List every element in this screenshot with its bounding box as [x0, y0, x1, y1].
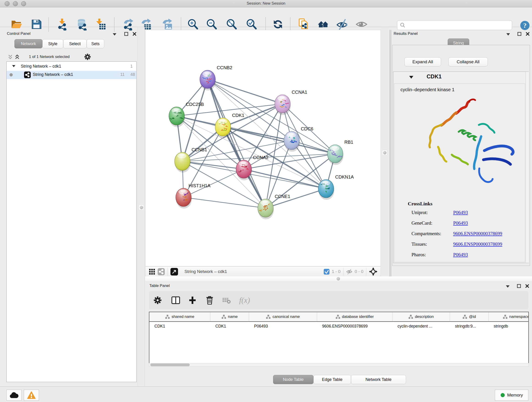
home-icon[interactable] — [317, 18, 330, 31]
export-image-icon[interactable] — [160, 18, 173, 31]
column-header-id[interactable]: @id — [450, 312, 489, 321]
delete-column-icon[interactable] — [204, 294, 215, 306]
expand-all-button[interactable]: Expand All — [404, 57, 441, 66]
table-row[interactable]: CDK1CDK1P064939606.ENSP00000378699cyclin… — [149, 322, 528, 331]
table-panel-float-icon[interactable] — [517, 284, 521, 288]
tab-network[interactable]: Network — [14, 39, 42, 48]
network-edge-count: 48 — [130, 72, 135, 77]
left-splitter[interactable] — [138, 27, 145, 402]
tab-select[interactable]: Select — [63, 39, 87, 48]
column-header-name[interactable]: name — [210, 312, 249, 321]
node-label-CDK1: CDK1 — [232, 113, 244, 118]
network-share-view-icon[interactable] — [158, 268, 165, 275]
save-session-icon[interactable] — [30, 18, 43, 31]
show-columns-icon[interactable] — [170, 294, 182, 306]
open-session-icon[interactable] — [10, 18, 23, 31]
table-panel-title: Table Panel — [149, 283, 170, 288]
birds-eye-view-icon[interactable] — [369, 268, 377, 276]
table-cell[interactable]: stringdb:9... — [450, 324, 489, 329]
network-collection-row[interactable]: String Network – cdk1 1 — [7, 63, 136, 71]
table-cell[interactable]: CDK1 — [210, 324, 249, 329]
collapse-all-button[interactable]: Collapse All — [448, 57, 488, 66]
selected-count: 1 - 0 — [332, 269, 341, 274]
warning-status-button[interactable] — [24, 390, 39, 401]
collection-expand-icon[interactable] — [12, 65, 15, 67]
search-input[interactable] — [407, 23, 510, 28]
table-cell[interactable]: CDK1 — [149, 324, 210, 329]
network-graph[interactable]: CCNB2CCNA1CDC25BCDK1CDC6RB1CCNB1CCNA2CDK… — [146, 30, 380, 266]
main-toolbar: ? — [0, 7, 532, 27]
node-label-CCNB1: CCNB1 — [191, 147, 207, 152]
cloud-status-button[interactable] — [6, 390, 22, 401]
results-scrollbar[interactable] — [526, 72, 529, 263]
hide-unselected-icon[interactable] — [336, 18, 349, 31]
network-canvas[interactable]: CCNB2CCNA1CDC25BCDK1CDC6RB1CCNB1CCNA2CDK… — [145, 30, 381, 266]
memory-button[interactable]: Memory — [495, 390, 528, 401]
node-label-CCNB2: CCNB2 — [217, 65, 232, 70]
node-label-CDC6: CDC6 — [301, 126, 313, 131]
crosslink-link[interactable]: P06493 — [453, 220, 468, 226]
refresh-icon[interactable] — [271, 18, 285, 31]
expand-all-networks-icon[interactable] — [15, 54, 20, 59]
table-panel-close-icon[interactable] — [525, 284, 529, 288]
detach-view-icon[interactable] — [171, 268, 178, 275]
table-hscrollbar-thumb[interactable] — [150, 364, 190, 366]
results-panel-float-icon[interactable] — [517, 32, 521, 36]
tab-sets[interactable]: Sets — [87, 39, 104, 48]
control-panel-close-icon[interactable] — [133, 32, 137, 36]
table-hscrollbar[interactable] — [149, 363, 529, 367]
table-cell[interactable]: 9606.ENSP00000378699 — [317, 324, 393, 329]
zoom-selected-icon[interactable] — [245, 18, 258, 31]
control-panel-float-icon[interactable] — [124, 32, 128, 36]
table-cell[interactable]: P06493 — [249, 324, 317, 329]
left-splitter-handle[interactable] — [139, 205, 144, 210]
collapse-all-networks-icon[interactable] — [8, 54, 13, 59]
zoom-in-icon[interactable] — [186, 18, 200, 31]
protein-collapse-icon[interactable] — [409, 76, 413, 79]
tab-edge-table[interactable]: Edge Table — [313, 375, 351, 384]
results-panel-close-icon[interactable] — [526, 32, 530, 36]
table-cell[interactable]: stringdb — [489, 324, 529, 329]
crosslink-link[interactable]: 9606.ENSP00000378699 — [453, 241, 502, 247]
duplicate-network-icon[interactable] — [297, 18, 310, 31]
network-row-selected[interactable]: String Network – cdk1 11 48 — [7, 71, 136, 79]
results-panel-collapse-icon[interactable] — [506, 33, 510, 36]
export-network-icon[interactable] — [121, 18, 135, 31]
cloud-icon — [9, 392, 19, 399]
network-options-gear-icon[interactable] — [84, 53, 91, 61]
column-header-namespace[interactable]: namespace — [489, 312, 529, 321]
tab-node-table[interactable]: Node Table — [273, 375, 313, 384]
zoom-out-icon[interactable] — [205, 18, 218, 31]
column-header-description[interactable]: description — [393, 312, 450, 321]
protein-name: CDK1 — [427, 73, 442, 80]
column-header-databaseidentifier[interactable]: database identifier — [317, 312, 393, 321]
column-header-sharedname[interactable]: shared name — [149, 312, 210, 321]
tab-style[interactable]: Style — [42, 39, 63, 48]
crosslink-link[interactable]: P06493 — [453, 210, 468, 216]
crosslink-link[interactable]: 9606.ENSP00000378699 — [453, 231, 502, 236]
tab-network-table[interactable]: Network Table — [351, 375, 406, 384]
import-database-icon[interactable] — [76, 18, 89, 31]
help-icon[interactable]: ? — [518, 19, 532, 32]
node-table[interactable]: shared namenamecanonical namedatabase id… — [149, 312, 529, 363]
show-all-icon[interactable] — [355, 18, 368, 31]
protein-description: cyclin–dependent kinase 1 — [400, 87, 455, 92]
column-header-canonicalname[interactable]: canonical name — [249, 312, 317, 321]
grid-view-icon[interactable] — [149, 269, 155, 274]
table-panel-collapse-icon[interactable] — [506, 285, 510, 288]
import-network-icon[interactable] — [56, 18, 69, 31]
table-cell[interactable]: cyclin-dependent ... — [393, 324, 450, 329]
control-panel-collapse-icon[interactable] — [113, 33, 117, 36]
table-settings-gear-icon[interactable] — [152, 294, 164, 306]
horizontal-splitter-handle[interactable] — [336, 277, 340, 281]
crosslink-link[interactable]: P06493 — [453, 252, 468, 258]
search-field[interactable] — [397, 20, 512, 30]
right-splitter-handle[interactable] — [382, 150, 387, 155]
add-column-icon[interactable] — [186, 294, 198, 306]
memory-label: Memory — [507, 393, 523, 398]
current-network-dot-icon — [9, 73, 13, 77]
import-table-icon[interactable] — [94, 18, 107, 31]
selected-checkbox-icon[interactable] — [324, 269, 329, 274]
zoom-fit-icon[interactable] — [225, 18, 238, 31]
results-panel-border — [390, 30, 390, 276]
